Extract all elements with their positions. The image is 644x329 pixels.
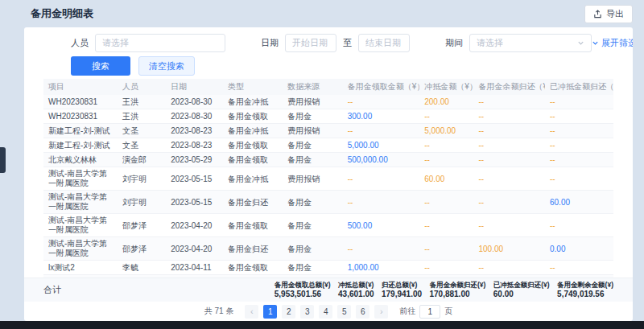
export-button[interactable]: 导出 xyxy=(584,5,633,23)
cell-person: 邵梦泽 xyxy=(118,237,166,261)
cell-source: 费用报销 xyxy=(283,124,342,138)
person-filter: 人员 xyxy=(71,34,225,52)
filter-bar: 人员 日期 至 期间 请选择 xyxy=(24,27,633,74)
period-label: 期间 xyxy=(445,37,463,49)
cell-date: 2023-05-29 xyxy=(166,153,223,167)
cell-offset_return: -- xyxy=(545,261,613,275)
expand-filters-link[interactable]: 展开筛选 xyxy=(592,37,633,49)
cell-offset: -- xyxy=(419,138,473,153)
cell-balance_return: -- xyxy=(473,138,545,153)
page-button-5[interactable]: 5 xyxy=(337,305,351,319)
page-button-6[interactable]: 6 xyxy=(356,305,369,319)
date-separator: 至 xyxy=(343,37,352,49)
cell-person: 文圣 xyxy=(118,124,166,138)
pager-next-button[interactable]: › xyxy=(374,305,388,319)
summary-stat: 归还总额(¥)179,941.00 xyxy=(382,281,422,299)
cell-type: 备用金冲抵 xyxy=(223,124,283,138)
summary-row: 合计 备用金领取总额(¥)5,953,501.56冲抵总额(¥)43,601.0… xyxy=(24,278,633,302)
sidebar-handle[interactable] xyxy=(0,147,6,173)
summary-stat: 备用金余额归还(¥)170,881.00 xyxy=(429,281,485,299)
pager-pages: 123456 xyxy=(263,305,369,319)
cell-amount: 1,000.00 xyxy=(343,261,420,275)
cell-source: 备用金 xyxy=(283,138,342,153)
cell-person: 王洪 xyxy=(118,109,166,124)
summary-stat-label: 备用金领取总额(¥) xyxy=(275,281,331,289)
summary-stat: 备用金剩余金额(¥)5,749,019.56 xyxy=(557,281,613,299)
cell-source: 费用报销 xyxy=(283,167,342,191)
cell-type: 备用金归还 xyxy=(223,191,283,214)
cell-offset_return: 60.00 xyxy=(545,191,613,214)
table-row: WH20230831王洪2023-08-30备用金冲抵费用报销--200.00-… xyxy=(43,95,613,109)
table-header: 项目 人员 日期 类型 数据来源 备用金领取金额（¥） 冲抵金额（¥） 备用金余… xyxy=(43,79,613,95)
summary-stat-label: 归还总额(¥) xyxy=(382,281,422,289)
cell-offset_return: -- xyxy=(545,167,613,191)
cell-balance_return: 100.00 xyxy=(473,237,545,261)
cell-offset_return: -- xyxy=(545,138,613,153)
table-row: 新建工程-刘-测试文圣2023-08-23备用金领取备用金5,000.00---… xyxy=(43,138,613,153)
summary-stat-value: 179,941.00 xyxy=(382,290,422,299)
column-header-type: 类型 xyxy=(223,79,283,95)
cell-type: 备用金冲抵 xyxy=(223,95,283,109)
cell-amount: -- xyxy=(343,95,420,109)
cell-date: 2023-05-15 xyxy=(166,167,223,191)
cell-amount: 5,000.00 xyxy=(343,138,420,153)
cell-balance_return: -- xyxy=(473,261,545,275)
cell-date: 2023-08-30 xyxy=(166,95,223,109)
pagination: 共 71 条 ‹ 123456 › 前往 页 xyxy=(24,302,633,321)
pager-prev-button[interactable]: ‹ xyxy=(245,305,258,319)
summary-stat: 已冲抵金额归还(¥)60.00 xyxy=(493,281,550,299)
person-input[interactable] xyxy=(95,34,225,52)
cell-person: 刘宇明 xyxy=(118,167,166,191)
cell-source: 备用金 xyxy=(283,153,342,167)
expand-filters-label: 展开筛选 xyxy=(601,37,633,49)
cell-project: 北京戴义林林 xyxy=(43,153,118,167)
clear-search-button[interactable]: 清空搜索 xyxy=(138,56,195,76)
cell-offset_return: 0.00 xyxy=(545,237,613,261)
cell-project: 测试-南昌大学第一附属医院 xyxy=(43,237,118,261)
period-filter: 期间 请选择 xyxy=(445,34,592,52)
cell-source: 备用金 xyxy=(283,237,342,261)
cell-project: WH20230831 xyxy=(43,95,118,109)
table-row: 新建工程-刘-测试文圣2023-08-23备用金冲抵费用报销--5,000.00… xyxy=(43,124,613,138)
summary-stat-value: 5,953,501.56 xyxy=(275,290,331,299)
goto-label: 前往 xyxy=(399,306,415,317)
cell-amount: 500,000.00 xyxy=(343,153,420,167)
table-body: WH20230831王洪2023-08-30备用金冲抵费用报销--200.00-… xyxy=(43,95,613,278)
topbar: 备用金明细表 导出 xyxy=(24,0,633,27)
export-icon xyxy=(593,10,602,19)
cell-offset_return: -- xyxy=(545,124,613,138)
summary-stat-label: 已冲抵金额归还(¥) xyxy=(493,281,550,289)
cell-date: 2023-05-15 xyxy=(166,191,223,214)
page-button-4[interactable]: 4 xyxy=(319,305,332,319)
table-row: 测试-南昌大学第一附属医院邵梦泽2023-04-20备用金领取备用金500.00… xyxy=(43,214,613,237)
chevron-down-icon xyxy=(592,39,599,47)
summary-stat-value: 60.00 xyxy=(493,290,550,299)
search-button[interactable]: 搜索 xyxy=(71,56,130,76)
cell-type: 备用金领取 xyxy=(223,138,283,153)
table-row: 北京戴义林林演金郎2023-05-29备用金领取备用金500,000.00---… xyxy=(43,153,613,167)
date-end-input[interactable] xyxy=(358,34,410,52)
person-label: 人员 xyxy=(71,37,89,49)
period-select[interactable]: 请选择 xyxy=(469,34,592,52)
cell-source: 备用金 xyxy=(283,109,342,124)
cell-date: 2023-08-23 xyxy=(166,124,223,138)
goto-page-input[interactable] xyxy=(419,305,440,319)
cell-person: 邵梦泽 xyxy=(118,214,166,237)
cell-source: 备用金 xyxy=(283,191,342,214)
page-button-2[interactable]: 2 xyxy=(282,305,295,319)
page-button-3[interactable]: 3 xyxy=(300,305,314,319)
period-placeholder: 请选择 xyxy=(477,37,503,49)
cell-person: 刘宇明 xyxy=(118,191,166,214)
cell-offset: 60.00 xyxy=(419,167,473,191)
cell-amount: -- xyxy=(343,191,420,214)
cell-type: 备用金领取 xyxy=(223,261,283,275)
summary-stat: 备用金领取总额(¥)5,953,501.56 xyxy=(275,281,331,299)
cell-amount: 300.00 xyxy=(343,109,420,124)
date-start-input[interactable] xyxy=(285,34,336,52)
cell-offset: 5,000.00 xyxy=(419,124,473,138)
page-button-1[interactable]: 1 xyxy=(263,305,277,319)
column-header-amount: 备用金领取金额（¥） xyxy=(343,79,420,95)
table-row: 测试-南昌大学第一附属医院刘宇明2023-05-15备用金冲抵费用报销--60.… xyxy=(43,167,613,191)
cell-balance_return: -- xyxy=(473,124,545,138)
cell-offset_return: -- xyxy=(545,153,613,167)
